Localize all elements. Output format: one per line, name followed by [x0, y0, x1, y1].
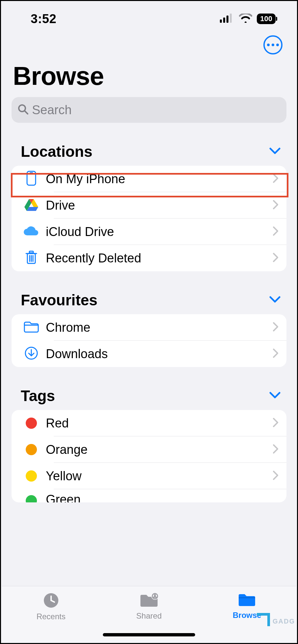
- folder-icon: [23, 321, 39, 334]
- row-label: On My iPhone: [43, 172, 273, 186]
- status-time: 3:52: [31, 12, 56, 26]
- location-row-recently-deleted[interactable]: Recently Deleted: [12, 245, 286, 271]
- more-options-button[interactable]: [263, 35, 283, 54]
- icloud-icon: [23, 225, 40, 238]
- chevron-right-icon: [273, 322, 279, 333]
- chevron-right-icon: [273, 253, 279, 264]
- search-icon: [17, 104, 29, 116]
- section-title-locations: Locations: [21, 143, 92, 160]
- chevron-right-icon: [273, 200, 279, 211]
- section-title-tags: Tags: [21, 387, 55, 405]
- svg-rect-1: [223, 17, 225, 23]
- svg-rect-3: [230, 14, 232, 23]
- svg-rect-27: [239, 597, 255, 598]
- tags-list: Red Orange Yellow Green: [12, 410, 286, 502]
- svg-rect-6: [27, 171, 36, 185]
- tab-recents[interactable]: Recents: [2, 592, 100, 621]
- status-bar: 3:52 100: [1, 1, 297, 27]
- chevron-right-icon: [273, 226, 279, 237]
- favourite-row-chrome[interactable]: Chrome: [12, 314, 286, 341]
- svg-rect-2: [226, 16, 228, 23]
- location-row-drive[interactable]: Drive: [12, 192, 286, 219]
- battery-icon: 100: [257, 14, 277, 24]
- row-label: Downloads: [43, 347, 273, 361]
- favourite-row-downloads[interactable]: Downloads: [12, 341, 286, 367]
- chevron-right-icon: [273, 418, 279, 429]
- chevron-right-icon: [273, 348, 279, 359]
- tab-shared[interactable]: Shared: [100, 592, 198, 621]
- clock-icon: [43, 592, 59, 610]
- home-indicator: [103, 633, 195, 636]
- row-label: Chrome: [43, 321, 273, 335]
- location-row-icloud-drive[interactable]: iCloud Drive: [12, 219, 286, 245]
- search-input[interactable]: Search: [12, 97, 286, 123]
- tag-color-dot: [26, 470, 37, 482]
- row-label: Recently Deleted: [43, 251, 273, 265]
- favourites-list: Chrome Downloads: [12, 314, 286, 367]
- row-label: iCloud Drive: [43, 225, 273, 239]
- chevron-right-icon: [273, 444, 279, 455]
- cellular-signal-icon: [220, 14, 234, 24]
- folder-filled-icon: [237, 592, 256, 609]
- section-title-favourites: Favourites: [21, 291, 98, 309]
- iphone-icon: [26, 171, 36, 187]
- row-label: Green: [43, 492, 279, 502]
- tag-row-yellow[interactable]: Yellow: [12, 463, 286, 489]
- search-placeholder: Search: [32, 103, 72, 117]
- page-title: Browse: [1, 57, 297, 97]
- tab-label: Recents: [37, 612, 66, 621]
- tag-row-orange[interactable]: Orange: [12, 436, 286, 463]
- tab-label: Shared: [136, 611, 162, 621]
- svg-line-5: [25, 111, 28, 114]
- download-circle-icon: [24, 346, 38, 361]
- svg-rect-14: [29, 251, 33, 253]
- ellipsis-icon: [267, 44, 279, 46]
- row-label: Yellow: [43, 469, 273, 483]
- google-drive-icon: [24, 198, 38, 212]
- tag-color-dot: [26, 418, 37, 429]
- chevron-down-icon[interactable]: [269, 391, 281, 400]
- tag-color-dot: [26, 495, 37, 502]
- svg-point-26: [154, 594, 156, 596]
- row-label: Drive: [43, 198, 273, 213]
- chevron-right-icon: [273, 470, 279, 482]
- location-row-on-my-iphone[interactable]: On My iPhone: [12, 166, 286, 192]
- wifi-icon: [239, 14, 252, 24]
- row-label: Red: [43, 416, 273, 430]
- shared-folder-icon: [139, 592, 159, 609]
- chevron-down-icon[interactable]: [269, 147, 281, 156]
- tag-row-green[interactable]: Green: [12, 489, 286, 502]
- watermark: GADG: [257, 610, 295, 625]
- locations-list: On My iPhone Drive iC: [12, 166, 286, 271]
- tag-color-dot: [26, 444, 37, 455]
- svg-rect-7: [30, 172, 33, 173]
- chevron-right-icon: [273, 173, 279, 185]
- trash-icon: [25, 250, 38, 266]
- tag-row-red[interactable]: Red: [12, 410, 286, 436]
- chevron-down-icon[interactable]: [269, 296, 281, 304]
- svg-rect-0: [220, 19, 222, 23]
- row-label: Orange: [43, 443, 273, 457]
